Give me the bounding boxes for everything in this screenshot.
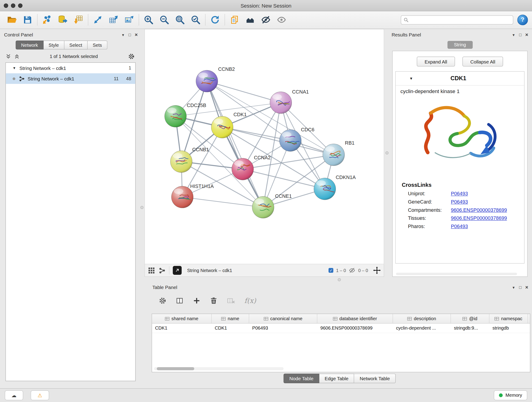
export-image-button[interactable]: [121, 13, 137, 27]
network-node-cdkn1a[interactable]: CDKN1A: [314, 174, 356, 200]
table-cell[interactable]: CDK1: [212, 324, 249, 333]
crosslink-link[interactable]: 9606.ENSP00000378699: [451, 216, 507, 221]
help-button[interactable]: ?: [517, 14, 528, 25]
network-node-cdk1[interactable]: CDK1: [211, 112, 247, 138]
crosslink-link[interactable]: 9606.ENSP00000378699: [451, 207, 507, 213]
network-node-rb1[interactable]: RB1: [323, 140, 355, 166]
column-header-shared-name[interactable]: shared name: [152, 314, 211, 323]
crosslink-link[interactable]: P06493: [451, 224, 468, 229]
tab-sets[interactable]: Sets: [88, 41, 107, 50]
hide-selected-button[interactable]: [258, 13, 273, 27]
network-row-selected[interactable]: String Network – cdk1 11 48: [6, 73, 135, 84]
network-node-cdc6[interactable]: CDC6: [279, 127, 314, 152]
function-builder-icon[interactable]: f(x): [244, 297, 256, 305]
zoom-selected-button[interactable]: [188, 13, 203, 27]
float-panel-icon[interactable]: □: [128, 32, 131, 37]
collapse-panel-icon[interactable]: ▼: [512, 286, 515, 289]
search-field[interactable]: [401, 15, 513, 24]
import-network-from-file-button[interactable]: [39, 13, 55, 27]
crosslink-link[interactable]: P06493: [451, 199, 468, 205]
tab-network-table[interactable]: Network Table: [354, 374, 396, 383]
import-table-from-file-button[interactable]: [70, 13, 86, 27]
network-node-hist1h1a[interactable]: HIST1H1A: [171, 183, 214, 208]
column-header--id[interactable]: @id: [451, 314, 489, 323]
column-header-description[interactable]: description: [393, 314, 451, 323]
save-session-button[interactable]: [20, 13, 35, 27]
tab-string[interactable]: String: [447, 41, 472, 49]
pan-crosshair-icon[interactable]: [373, 266, 381, 274]
show-columns-icon[interactable]: [176, 297, 184, 305]
search-input[interactable]: [411, 17, 510, 23]
network-view-canvas[interactable]: CCNB2CCNA1CDC25BCDK1CDC6RB1CCNB1CCNA2CDK…: [145, 29, 384, 264]
table-cell[interactable]: stringdb: [489, 324, 528, 333]
share-network-icon[interactable]: [158, 267, 166, 274]
collapse-all-tree-icon[interactable]: [6, 54, 11, 59]
warnings-button[interactable]: ⚠: [31, 390, 49, 400]
add-column-plus-icon[interactable]: [192, 297, 201, 305]
zoom-window-button[interactable]: [18, 3, 22, 7]
table-cell[interactable]: 9606.ENSP00000378699: [317, 324, 393, 333]
splitter-handle[interactable]: [385, 151, 388, 154]
tree-expander-icon[interactable]: ▼: [13, 66, 16, 70]
table-options-gear-icon[interactable]: [158, 297, 167, 305]
crosslink-link[interactable]: P06493: [451, 191, 468, 196]
table-cell[interactable]: CDK1: [152, 324, 211, 333]
import-network-from-database-button[interactable]: [55, 13, 70, 27]
refresh-view-button[interactable]: [207, 13, 223, 27]
network-collection-row[interactable]: ▼ String Network – cdk1 1: [6, 63, 135, 73]
open-in-new-window-button[interactable]: [173, 266, 182, 275]
minimize-window-button[interactable]: [11, 3, 15, 7]
memory-button[interactable]: Memory: [494, 390, 527, 400]
show-hidden-button[interactable]: [273, 13, 289, 27]
scrollbar-thumb[interactable]: [157, 367, 194, 370]
expand-all-tree-icon[interactable]: [14, 54, 20, 59]
network-node-ccna1[interactable]: CCNA1: [270, 89, 309, 114]
expand-all-button[interactable]: Expand All: [417, 57, 455, 66]
column-header-namespac[interactable]: namespac: [489, 314, 528, 323]
table-cell[interactable]: stringdb:9...: [451, 324, 489, 333]
zoom-fit-button[interactable]: [172, 13, 188, 27]
tab-edge-table[interactable]: Edge Table: [319, 374, 354, 383]
network-edge[interactable]: [207, 81, 281, 103]
network-node-ccnb1[interactable]: CCNB1: [171, 147, 209, 172]
tab-select[interactable]: Select: [64, 41, 88, 50]
copy-document-button[interactable]: [227, 13, 242, 27]
cloud-status-button[interactable]: ☁: [5, 390, 23, 400]
close-window-button[interactable]: [4, 3, 8, 7]
table-row[interactable]: CDK1CDK1P064939606.ENSP00000378699cyclin…: [152, 324, 530, 333]
network-edge[interactable]: [182, 197, 263, 207]
table-cell[interactable]: P06493: [249, 324, 317, 333]
selected-count-checkbox-icon[interactable]: ✓: [329, 268, 333, 273]
network-options-gear-icon[interactable]: [128, 53, 135, 60]
collapse-panel-icon[interactable]: ▼: [512, 33, 515, 37]
float-panel-icon[interactable]: □: [519, 285, 521, 290]
table-cell[interactable]: cyclin-dependent ...: [393, 324, 451, 333]
open-session-button[interactable]: [4, 13, 20, 27]
section-expander-icon[interactable]: ▼: [409, 76, 413, 80]
export-network-button[interactable]: [90, 13, 106, 27]
splitter-handle[interactable]: [338, 278, 341, 281]
table-horizontal-scrollbar[interactable]: [154, 367, 283, 370]
show-all-networks-button[interactable]: [242, 13, 258, 27]
float-panel-icon[interactable]: □: [519, 32, 521, 37]
splitter-handle[interactable]: [140, 206, 143, 209]
delete-column-trash-icon[interactable]: [210, 297, 218, 305]
results-horizontal-scrollbar[interactable]: [396, 273, 517, 275]
close-panel-icon[interactable]: ×: [525, 33, 528, 36]
close-panel-icon[interactable]: ×: [525, 286, 528, 289]
network-node-cdc25b[interactable]: CDC25B: [165, 102, 206, 127]
network-node-ccnb2[interactable]: CCNB2: [196, 66, 235, 92]
close-panel-icon[interactable]: ×: [135, 33, 138, 36]
collapse-panel-icon[interactable]: ▼: [121, 33, 125, 37]
export-table-button[interactable]: [106, 13, 121, 27]
collapse-all-button[interactable]: Collapse All: [462, 57, 503, 66]
tab-node-table[interactable]: Node Table: [284, 374, 319, 383]
network-edge[interactable]: [207, 81, 263, 207]
zoom-out-button[interactable]: [157, 13, 172, 27]
tab-network[interactable]: Network: [16, 41, 43, 50]
zoom-in-button[interactable]: [141, 13, 156, 27]
tab-style[interactable]: Style: [44, 41, 64, 50]
column-header-name[interactable]: name: [212, 314, 249, 323]
birds-eye-grid-icon[interactable]: [147, 267, 155, 274]
column-header-database-identifier[interactable]: database identifier: [317, 314, 393, 323]
